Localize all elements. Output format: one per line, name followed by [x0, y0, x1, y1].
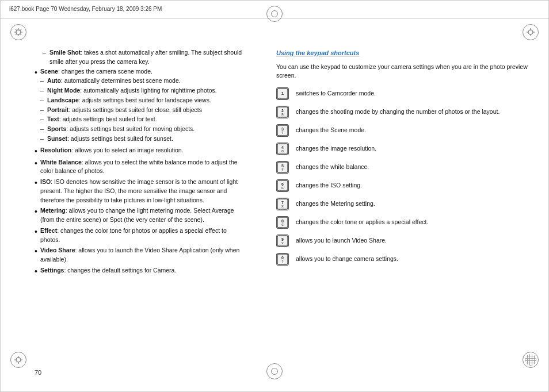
svg-text:R: R [281, 113, 284, 116]
svg-text:6: 6 [281, 182, 284, 186]
list-item-scene: • Scene: changes the camera scene mode. … [35, 67, 247, 144]
list-item-effect: • Effect: changes the color tone for pho… [35, 226, 247, 245]
video-share-text: Video Share: allows you to launch the Vi… [40, 246, 247, 264]
bullet-dot: • [35, 146, 40, 156]
svg-text:7: 7 [281, 201, 284, 205]
shortcut-row-8: 8 C changes the color tone or applies a … [276, 216, 532, 229]
dash-icon: – [40, 106, 47, 115]
nightmode-text: Night Mode: automatically adjusts lighti… [47, 86, 217, 95]
bullet-dot: • [35, 266, 40, 276]
shortcut-row-3: 3 T changes the Scene mode. [276, 124, 532, 137]
dash-icon: – [40, 86, 47, 95]
key-icon-1: 1 [276, 87, 289, 100]
shortcut-row-7: 7 X changes the Metering setting. [276, 198, 532, 210]
landscape-text: Landscape: adjusts settings best suited … [47, 96, 211, 105]
svg-text:O: O [281, 149, 284, 153]
shortcut-row-5: 5 F changes the white balance. [276, 161, 532, 174]
list-item-landscape: – Landscape: adjusts settings best suite… [40, 96, 247, 105]
key-icon-7: 7 X [276, 198, 289, 210]
key-icon-3: 3 T [276, 124, 289, 137]
list-item-video-share: • Video Share: allows you to launch the … [35, 246, 247, 264]
key-icon-0: 0 ? [276, 253, 289, 266]
svg-text:9: 9 [281, 237, 284, 241]
page-number: 70 [35, 369, 41, 376]
list-item-sports: – Sports: adjusts settings best suited f… [40, 125, 247, 134]
key-icon-4: 4 O [276, 143, 289, 155]
text-mode-text: Text: adjusts settings best suited for t… [47, 115, 157, 124]
dash-icon: – [40, 134, 47, 144]
key-icon-9: 9 V [276, 235, 289, 247]
list-item-iso: • ISO: ISO denotes how sensitive the ima… [35, 178, 247, 205]
content-area: – Smile Shot: takes a shot automatically… [0, 18, 549, 392]
shortcut-row-1: 1 switches to Camcorder mode. [276, 87, 532, 100]
key-icon-2: 2 R [276, 106, 289, 118]
metering-text: Metering: allows you to change the light… [40, 206, 247, 225]
dash-icon: – [43, 48, 49, 67]
svg-text:?: ? [281, 260, 283, 263]
svg-text:G: G [281, 186, 284, 190]
white-balance-text: White Balance: allows you to select the … [40, 158, 247, 176]
list-item-auto: – Auto: automatically determines best sc… [40, 76, 247, 86]
scene-text: Scene: changes the camera scene mode. – … [40, 67, 247, 144]
bullet-dot: • [35, 67, 40, 144]
shortcut-desc-6: changes the ISO setting. [296, 179, 362, 190]
section-heading: Using the keypad shortcuts [276, 48, 532, 58]
bullet-dot: • [35, 178, 40, 205]
resolution-text: Resolution: allows you to select an imag… [40, 146, 247, 156]
shortcut-row-0: 0 ? allows you to change camera settings… [276, 253, 532, 266]
shortcut-row-4: 4 O changes the image resolution. [276, 143, 532, 155]
dash-icon: – [40, 125, 47, 134]
shortcut-row-6: 6 G changes the ISO setting. [276, 179, 532, 192]
svg-text:8: 8 [281, 219, 284, 223]
left-column: – Smile Shot: takes a shot automatically… [0, 18, 265, 392]
dash-icon: – [40, 115, 47, 124]
sunset-text: Sunset: adjusts settings best suited for… [47, 134, 173, 144]
shortcut-desc-7: changes the Metering setting. [296, 198, 375, 208]
key-icon-6: 6 G [276, 179, 289, 192]
shortcut-desc-4: changes the image resolution. [296, 143, 376, 153]
shortcut-desc-1: switches to Camcorder mode. [296, 87, 376, 98]
smile-shot-text: Smile Shot: takes a shot automatically a… [49, 48, 247, 67]
bullet-dot: • [35, 246, 40, 264]
svg-text:C: C [281, 223, 284, 226]
shortcut-desc-5: changes the white balance. [296, 161, 369, 171]
settings-text: Settings: changes the default settings f… [40, 266, 247, 276]
sports-text: Sports: adjusts settings best suited for… [47, 125, 195, 134]
list-item-resolution: • Resolution: allows you to select an im… [35, 146, 247, 156]
list-item-nightmode: – Night Mode: automatically adjusts ligh… [40, 86, 247, 95]
list-item-portrait: – Portrait: adjusts settings best suited… [40, 106, 247, 115]
list-item-sunset: – Sunset: adjusts settings best suited f… [40, 134, 247, 144]
iso-text: ISO: ISO denotes how sensitive the image… [40, 178, 247, 205]
bullet-dot: • [35, 206, 40, 225]
list-item-settings: • Settings: changes the default settings… [35, 266, 247, 276]
intro-text: You can use the keypad to customize your… [276, 63, 532, 81]
svg-text:0: 0 [281, 256, 284, 260]
shortcut-desc-8: changes the color tone or applies a spec… [296, 216, 428, 226]
key-icon-5: 5 F [276, 161, 289, 174]
right-column: Using the keypad shortcuts You can use t… [265, 18, 549, 392]
svg-text:1: 1 [281, 91, 284, 96]
portrait-text: Portrait: adjusts settings best suited f… [47, 106, 202, 115]
shortcut-row-9: 9 V allows you to launch Video Share. [276, 235, 532, 247]
bullet-dot: • [35, 226, 40, 245]
shortcut-desc-2: changes the shooting mode by changing th… [296, 106, 500, 116]
svg-text:T: T [281, 131, 283, 134]
top-center-inner [271, 10, 278, 17]
shortcut-desc-0: allows you to change camera settings. [296, 253, 398, 263]
list-item-white-balance: • White Balance: allows you to select th… [35, 158, 247, 176]
list-item-metering: • Metering: allows you to change the lig… [35, 206, 247, 225]
shortcut-desc-3: changes the Scene mode. [296, 124, 366, 134]
svg-text:2: 2 [281, 109, 284, 113]
auto-text: Auto: automatically determines best scen… [47, 76, 181, 86]
bullet-dot: • [35, 158, 40, 176]
key-icon-8: 8 C [276, 216, 289, 229]
svg-text:5: 5 [281, 164, 284, 168]
dash-icon: – [40, 96, 47, 105]
shortcut-desc-9: allows you to launch Video Share. [296, 235, 387, 245]
dash-icon: – [40, 76, 47, 86]
list-item-smile-shot: – Smile Shot: takes a shot automatically… [35, 48, 247, 67]
header-text: i627.book Page 70 Wednesday, February 18… [9, 6, 162, 12]
svg-text:F: F [281, 168, 283, 171]
effect-text: Effect: changes the color tone for photo… [40, 226, 247, 245]
shortcut-row-2: 2 R changes the shooting mode by changin… [276, 106, 532, 118]
